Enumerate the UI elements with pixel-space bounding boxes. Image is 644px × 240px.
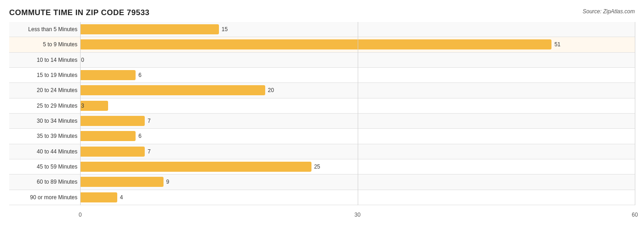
table-row: 20 to 24 Minutes20	[9, 83, 635, 98]
bar-value: 51	[554, 41, 560, 48]
grid-line	[80, 22, 81, 205]
x-tick-label: 0	[79, 212, 82, 218]
bar-label: 20 to 24 Minutes	[9, 87, 80, 93]
bar-label: 30 to 34 Minutes	[9, 118, 80, 124]
x-tick-label: 30	[355, 212, 360, 218]
bar-value: 7	[147, 148, 151, 155]
bar-value: 0	[81, 57, 84, 63]
chart-title: COMMUTE TIME IN ZIP CODE 79533	[9, 8, 150, 17]
bar-label: 40 to 44 Minutes	[9, 148, 80, 155]
table-row: 5 to 9 Minutes51	[9, 37, 635, 52]
bar-fill	[80, 131, 136, 141]
table-row: 45 to 59 Minutes25	[9, 159, 635, 175]
chart-body: Less than 5 Minutes155 to 9 Minutes5110 …	[9, 22, 635, 219]
table-row: 10 to 14 Minutes0	[9, 53, 635, 68]
table-row: 60 to 89 Minutes9	[9, 175, 635, 190]
rows-area: Less than 5 Minutes155 to 9 Minutes5110 …	[9, 22, 635, 205]
bar-label: 10 to 14 Minutes	[9, 57, 80, 63]
bar-value: 6	[138, 133, 142, 139]
bar-label: 25 to 29 Minutes	[9, 103, 80, 109]
table-row: 40 to 44 Minutes7	[9, 144, 635, 159]
bar-label: 90 or more Minutes	[9, 194, 80, 201]
table-row: 30 to 34 Minutes7	[9, 114, 635, 129]
table-row: 25 to 29 Minutes3	[9, 98, 635, 114]
bar-label: 60 to 89 Minutes	[9, 179, 80, 185]
grid-line	[358, 22, 358, 205]
bar-fill	[80, 116, 145, 126]
table-row: 15 to 19 Minutes6	[9, 68, 635, 83]
bar-value: 20	[268, 87, 274, 93]
table-row: Less than 5 Minutes15	[9, 22, 635, 37]
bar-fill	[80, 101, 108, 111]
chart-source: Source: ZipAtlas.com	[583, 8, 635, 15]
x-axis-labels: 03060	[80, 205, 635, 219]
bar-fill	[80, 39, 551, 49]
bar-value: 25	[314, 164, 320, 170]
bar-label: 5 to 9 Minutes	[9, 41, 80, 48]
grid-line	[635, 22, 635, 205]
bar-value: 6	[138, 72, 142, 78]
bar-fill	[80, 177, 164, 187]
bar-fill	[80, 85, 265, 95]
bar-fill	[80, 70, 136, 80]
bar-fill	[80, 147, 145, 157]
bar-value: 15	[222, 26, 228, 33]
bar-value: 4	[120, 194, 123, 201]
bar-fill	[80, 192, 117, 202]
chart-header: COMMUTE TIME IN ZIP CODE 79533 Source: Z…	[9, 8, 635, 17]
bar-label: 15 to 19 Minutes	[9, 72, 80, 78]
bar-label: 45 to 59 Minutes	[9, 164, 80, 170]
chart-container: COMMUTE TIME IN ZIP CODE 79533 Source: Z…	[0, 0, 644, 240]
bar-value: 7	[147, 118, 151, 124]
x-tick-label: 60	[632, 212, 638, 218]
bar-fill	[80, 162, 311, 172]
table-row: 90 or more Minutes4	[9, 190, 635, 205]
bar-label: 35 to 39 Minutes	[9, 133, 80, 139]
bar-value: 9	[166, 179, 169, 185]
bar-label: Less than 5 Minutes	[9, 26, 80, 33]
bar-value: 3	[81, 103, 84, 109]
table-row: 35 to 39 Minutes6	[9, 129, 635, 144]
bar-fill	[80, 24, 219, 34]
